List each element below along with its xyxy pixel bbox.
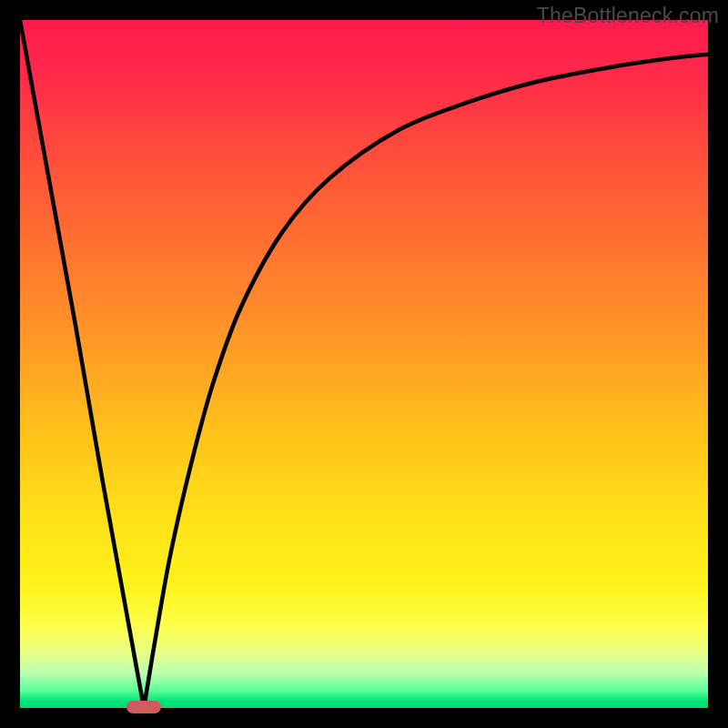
- chart-frame: TheBottleneck.com: [0, 0, 728, 728]
- bottleneck-curve: [20, 20, 708, 708]
- bottleneck-marker: [126, 701, 161, 713]
- watermark-text: TheBottleneck.com: [537, 4, 719, 28]
- plot-area: [20, 20, 708, 708]
